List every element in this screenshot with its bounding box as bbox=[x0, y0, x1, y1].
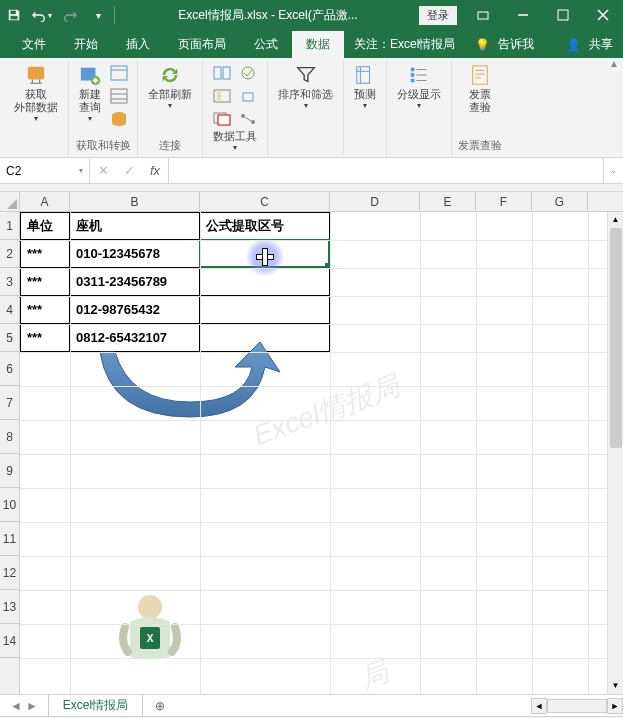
cell-b1[interactable]: 座机 bbox=[69, 212, 200, 240]
refresh-all-button[interactable]: 全部刷新 ▾ bbox=[144, 62, 196, 112]
row-header-12[interactable]: 12 bbox=[0, 556, 19, 590]
qat-customize-icon[interactable]: ▾ bbox=[84, 0, 112, 30]
formula-input[interactable] bbox=[169, 158, 603, 183]
remove-duplicates-icon[interactable] bbox=[210, 108, 234, 130]
add-sheet-icon[interactable]: ⊕ bbox=[149, 699, 171, 713]
forecast-button[interactable]: 预测 ▾ bbox=[350, 62, 380, 112]
row-header-7[interactable]: 7 bbox=[0, 386, 19, 420]
svg-rect-20 bbox=[243, 93, 253, 101]
row-header-4[interactable]: 4 bbox=[0, 296, 19, 324]
titlebar: ▾ ▾ Excel情报局.xlsx - Excel(产品激... 登录 bbox=[0, 0, 623, 30]
tab-formula[interactable]: 公式 bbox=[240, 31, 292, 58]
row-header-8[interactable]: 8 bbox=[0, 420, 19, 454]
cursor-plus-icon bbox=[245, 237, 285, 277]
collapse-ribbon-icon[interactable]: ▲ bbox=[609, 58, 619, 69]
col-header-c[interactable]: C bbox=[200, 192, 330, 211]
cell-b4[interactable]: 012-98765432 bbox=[69, 295, 200, 324]
col-header-g[interactable]: G bbox=[532, 192, 588, 211]
close-icon[interactable] bbox=[583, 0, 623, 30]
col-header-a[interactable]: A bbox=[20, 192, 70, 211]
sheet-nav-next-icon[interactable]: ► bbox=[26, 699, 38, 713]
row-header-13[interactable]: 13 bbox=[0, 590, 19, 624]
fx-icon[interactable]: fx bbox=[142, 163, 168, 178]
hscroll-left-icon[interactable]: ◄ bbox=[531, 698, 547, 714]
tab-insert[interactable]: 插入 bbox=[112, 31, 164, 58]
row-header-2[interactable]: 2 bbox=[0, 240, 19, 268]
svg-point-22 bbox=[251, 120, 255, 124]
spreadsheet-grid[interactable]: ABCDEFG 1234567891011121314 单位 座机 公式提取区号… bbox=[0, 192, 623, 694]
column-headers[interactable]: ABCDEFG bbox=[20, 192, 623, 212]
tab-layout[interactable]: 页面布局 bbox=[164, 31, 240, 58]
svg-point-21 bbox=[241, 114, 245, 118]
name-box[interactable]: C2▾ bbox=[0, 158, 90, 183]
select-all-corner[interactable] bbox=[0, 192, 20, 212]
redo-icon[interactable] bbox=[56, 0, 84, 30]
new-query-button[interactable]: 新建 查询 ▾ bbox=[75, 62, 105, 125]
tellme[interactable]: 💡告诉我 bbox=[465, 31, 544, 58]
cell-a1[interactable]: 单位 bbox=[20, 212, 70, 240]
from-table-icon[interactable] bbox=[107, 85, 131, 107]
col-header-b[interactable]: B bbox=[70, 192, 200, 211]
window-title: Excel情报局.xlsx - Excel(产品激... bbox=[117, 7, 419, 24]
row-header-5[interactable]: 5 bbox=[0, 324, 19, 352]
tab-home[interactable]: 开始 bbox=[60, 31, 112, 58]
horizontal-scrollbar[interactable] bbox=[547, 699, 607, 713]
recent-sources-icon[interactable] bbox=[107, 108, 131, 130]
group-sort-filter: 排序和筛选 ▾ bbox=[268, 60, 344, 155]
show-queries-icon[interactable] bbox=[107, 62, 131, 84]
row-header-9[interactable]: 9 bbox=[0, 454, 19, 488]
hscroll-right-icon[interactable]: ► bbox=[607, 698, 623, 714]
cell-a3[interactable]: *** bbox=[20, 267, 70, 296]
flash-fill-icon[interactable] bbox=[210, 85, 234, 107]
row-header-3[interactable]: 3 bbox=[0, 268, 19, 296]
attention-hint: 关注：Excel情报局 bbox=[344, 31, 465, 58]
invoice-button[interactable]: 发票 查验 bbox=[465, 62, 495, 116]
sort-filter-button[interactable]: 排序和筛选 ▾ bbox=[274, 62, 337, 112]
expand-formula-bar-icon[interactable]: ⌄ bbox=[603, 158, 623, 183]
svg-rect-31 bbox=[473, 66, 488, 84]
row-headers[interactable]: 1234567891011121314 bbox=[0, 212, 20, 694]
consolidate-icon[interactable] bbox=[236, 85, 260, 107]
cell-b3[interactable]: 0311-23456789 bbox=[69, 267, 200, 296]
cell-c4[interactable] bbox=[199, 295, 330, 324]
svg-rect-8 bbox=[111, 66, 127, 80]
ribbon-tabs: 文件 开始 插入 页面布局 公式 数据 关注：Excel情报局 💡告诉我 👤共享 bbox=[0, 30, 623, 58]
ribbon-options-icon[interactable] bbox=[463, 0, 503, 30]
maximize-icon[interactable] bbox=[543, 0, 583, 30]
sheet-nav-prev-icon[interactable]: ◄ bbox=[10, 699, 22, 713]
cell-c1[interactable]: 公式提取区号 bbox=[199, 212, 330, 240]
row-header-10[interactable]: 10 bbox=[0, 488, 19, 522]
col-header-e[interactable]: E bbox=[420, 192, 476, 211]
svg-rect-1 bbox=[11, 16, 18, 20]
cell-a5[interactable]: *** bbox=[20, 323, 70, 352]
svg-rect-25 bbox=[411, 68, 415, 72]
svg-line-23 bbox=[245, 117, 251, 121]
cancel-formula-icon[interactable]: ✕ bbox=[90, 163, 116, 178]
save-icon[interactable] bbox=[0, 0, 28, 30]
text-to-columns-icon[interactable] bbox=[210, 62, 234, 84]
enter-formula-icon[interactable]: ✓ bbox=[116, 163, 142, 178]
undo-icon[interactable]: ▾ bbox=[28, 0, 56, 30]
row-header-11[interactable]: 11 bbox=[0, 522, 19, 556]
get-external-data-button[interactable]: 获取 外部数据 ▾ bbox=[10, 62, 62, 125]
row-header-14[interactable]: 14 bbox=[0, 624, 19, 658]
col-header-f[interactable]: F bbox=[476, 192, 532, 211]
cell-a4[interactable]: *** bbox=[20, 295, 70, 324]
row-header-1[interactable]: 1 bbox=[0, 212, 19, 240]
minimize-icon[interactable] bbox=[503, 0, 543, 30]
row-header-6[interactable]: 6 bbox=[0, 352, 19, 386]
data-validation-icon[interactable] bbox=[236, 62, 260, 84]
svg-rect-2 bbox=[478, 12, 488, 19]
col-header-d[interactable]: D bbox=[330, 192, 420, 211]
relationships-icon[interactable] bbox=[236, 108, 260, 130]
tab-data[interactable]: 数据 bbox=[292, 31, 344, 58]
login-button[interactable]: 登录 bbox=[419, 6, 457, 25]
share-button[interactable]: 👤共享 bbox=[556, 31, 623, 58]
sheet-tab[interactable]: Excel情报局 bbox=[48, 695, 143, 717]
group-data-tools: 数据工具 ▾ bbox=[203, 60, 268, 155]
tab-file[interactable]: 文件 bbox=[8, 31, 60, 58]
vertical-scrollbar[interactable]: ▲ ▼ bbox=[607, 212, 623, 694]
cell-b2[interactable]: 010-12345678 bbox=[69, 239, 200, 268]
cell-a2[interactable]: *** bbox=[20, 239, 70, 268]
outline-button[interactable]: 分级显示 ▾ bbox=[393, 62, 445, 112]
